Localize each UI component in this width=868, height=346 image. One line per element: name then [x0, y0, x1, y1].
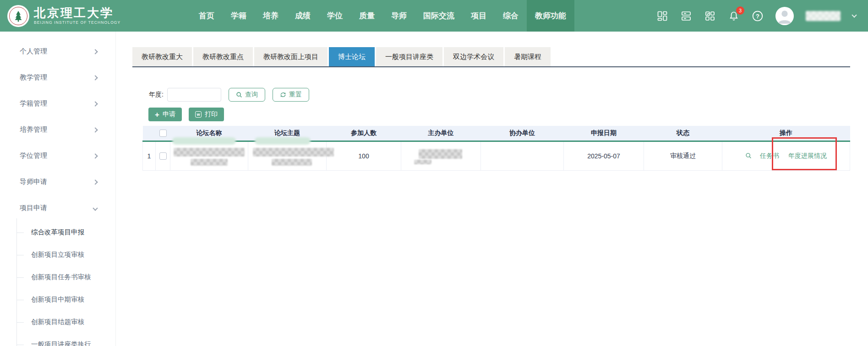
sidebar-subitem-4[interactable]: 创新项目结题审核	[0, 311, 115, 333]
column-header-6: 状态	[644, 126, 722, 141]
annotation-red-box: 年度进展情况	[781, 152, 827, 160]
forum-topic-cell	[248, 141, 327, 170]
search-button[interactable]: 查询	[229, 88, 265, 102]
chevron-right-icon	[93, 127, 98, 132]
operations-cell: 任务书 年度进展情况	[722, 141, 850, 170]
tree-icon	[11, 9, 25, 23]
sidebar-item-6[interactable]: 项目申请	[0, 195, 115, 221]
sidebar-subitem-5[interactable]: 一般项目讲座类执行	[0, 333, 115, 346]
redacted-forum-name	[174, 148, 245, 157]
top-bar: 北京理工大学 BEIJING INSTITUTE OF TECHNOLOGY 首…	[0, 0, 868, 32]
redacted-forum-name-line2	[191, 159, 228, 166]
cohost-unit-cell	[481, 141, 564, 170]
tab-5[interactable]: 双边学术会议	[444, 47, 503, 66]
refresh-icon	[280, 92, 286, 98]
print-button-label: 打印	[205, 110, 218, 119]
row-select-cell	[156, 141, 170, 170]
nav-item-2[interactable]: 培养	[255, 0, 287, 32]
bell-icon[interactable]: 3	[728, 10, 740, 22]
search-icon	[236, 92, 242, 98]
sidebar-item-3[interactable]: 培养管理	[0, 117, 115, 143]
sidebar-item-1[interactable]: 教学管理	[0, 65, 115, 91]
redacted-host-unit-line2	[414, 160, 431, 164]
main-content: 教研教改重大教研教改重点教研教改面上项目博士论坛一般项目讲座类双边学术会议暑期课…	[116, 32, 868, 346]
tab-6[interactable]: 暑期课程	[505, 47, 551, 66]
column-header-5: 申报日期	[564, 126, 644, 141]
sidebar: 个人管理教学管理学籍管理培养管理学位管理导师申请项目申请综合改革项目申报创新项目…	[0, 32, 116, 346]
reset-button[interactable]: 重置	[273, 88, 309, 102]
username-redacted[interactable]	[806, 11, 841, 21]
sidebar-subitem-1[interactable]: 创新项目立项审核	[0, 243, 115, 266]
apps-check-icon[interactable]	[704, 10, 716, 22]
nav-item-3[interactable]: 成绩	[287, 0, 319, 32]
host-unit-cell	[401, 141, 481, 170]
reset-button-label: 重置	[289, 91, 302, 99]
sidebar-item-0[interactable]: 个人管理	[0, 38, 115, 65]
tab-1[interactable]: 教研教改重点	[193, 47, 253, 66]
tab-0[interactable]: 教研教改重大	[132, 47, 192, 66]
nav-item-8[interactable]: 项目	[463, 0, 495, 32]
select-all-header	[156, 126, 170, 141]
sidebar-item-label: 项目申请	[20, 204, 47, 212]
nav-item-4[interactable]: 学位	[319, 0, 351, 32]
svg-text:?: ?	[756, 12, 759, 19]
sidebar-subitem-3[interactable]: 创新项目中期审核	[0, 288, 115, 311]
nav-item-9[interactable]: 综合	[495, 0, 527, 32]
task-book-link[interactable]: 任务书	[760, 152, 779, 159]
chevron-right-icon	[93, 101, 98, 106]
tab-3[interactable]: 博士论坛	[329, 47, 375, 66]
status-cell: 审核通过	[644, 141, 722, 170]
nav-item-0[interactable]: 首页	[191, 0, 223, 32]
apply-date-cell: 2025-05-07	[564, 141, 644, 170]
apply-button[interactable]: + 申请	[148, 108, 182, 121]
apply-button-label: 申请	[163, 110, 175, 119]
logo: 北京理工大学 BEIJING INSTITUTE OF TECHNOLOGY	[7, 5, 140, 27]
chevron-down-icon[interactable]	[852, 12, 857, 17]
nav-item-5[interactable]: 质量	[351, 0, 383, 32]
nav-item-1[interactable]: 学籍	[223, 0, 255, 32]
highlight-redaction	[255, 137, 311, 145]
university-emblem-icon	[7, 5, 29, 27]
column-header-3: 主办单位	[401, 126, 481, 141]
nav-item-7[interactable]: 国际交流	[415, 0, 463, 32]
sidebar-item-label: 导师申请	[20, 178, 47, 186]
year-input[interactable]	[167, 88, 221, 102]
print-button[interactable]: w 打印	[189, 108, 224, 121]
select-all-checkbox[interactable]	[159, 130, 167, 137]
forum-name-cell	[170, 141, 248, 170]
annual-progress-link[interactable]: 年度进展情况	[788, 152, 827, 159]
chevron-right-icon	[93, 153, 98, 158]
view-icon[interactable]	[745, 152, 752, 159]
column-header-7: 操作	[722, 126, 850, 141]
tab-4[interactable]: 一般项目讲座类	[376, 47, 442, 66]
nav-item-10[interactable]: 教师功能	[527, 0, 574, 32]
help-icon[interactable]: ?	[752, 10, 764, 22]
header-actions: 3 ?	[656, 7, 856, 25]
filter-row: 年度: 查询 重置	[142, 88, 850, 102]
sidebar-subtree: 综合改革项目申报创新项目立项审核创新项目任务书审核创新项目中期审核创新项目结题审…	[0, 221, 115, 346]
sidebar-subitem-2[interactable]: 创新项目任务书审核	[0, 266, 115, 288]
sidebar-subitem-0[interactable]: 综合改革项目申报	[0, 221, 115, 243]
layout-grid-icon[interactable]	[656, 10, 668, 22]
plus-icon: +	[155, 111, 159, 119]
column-header-4: 协办单位	[481, 126, 564, 141]
action-row: + 申请 w 打印	[142, 108, 850, 121]
chevron-right-icon	[93, 179, 98, 184]
server-list-icon[interactable]	[680, 10, 692, 22]
tab-2[interactable]: 教研教改面上项目	[254, 47, 328, 66]
sidebar-item-4[interactable]: 学位管理	[0, 143, 115, 169]
sidebar-item-2[interactable]: 学籍管理	[0, 91, 115, 117]
sidebar-item-5[interactable]: 导师申请	[0, 169, 115, 195]
chevron-right-icon	[93, 75, 98, 80]
avatar[interactable]	[775, 7, 794, 25]
row-checkbox[interactable]	[159, 152, 167, 160]
row-number-header	[143, 126, 156, 141]
chevron-down-icon	[93, 205, 98, 211]
results-table: 论坛名称论坛主题参加人数主办单位协办单位申报日期状态操作 1	[142, 126, 850, 171]
year-label: 年度:	[149, 91, 164, 99]
table-row[interactable]: 1 100	[143, 141, 850, 170]
sidebar-item-label: 学位管理	[20, 151, 47, 160]
sidebar-item-label: 学籍管理	[20, 99, 47, 108]
nav-item-6[interactable]: 导师	[383, 0, 415, 32]
sidebar-item-label: 个人管理	[20, 47, 47, 56]
